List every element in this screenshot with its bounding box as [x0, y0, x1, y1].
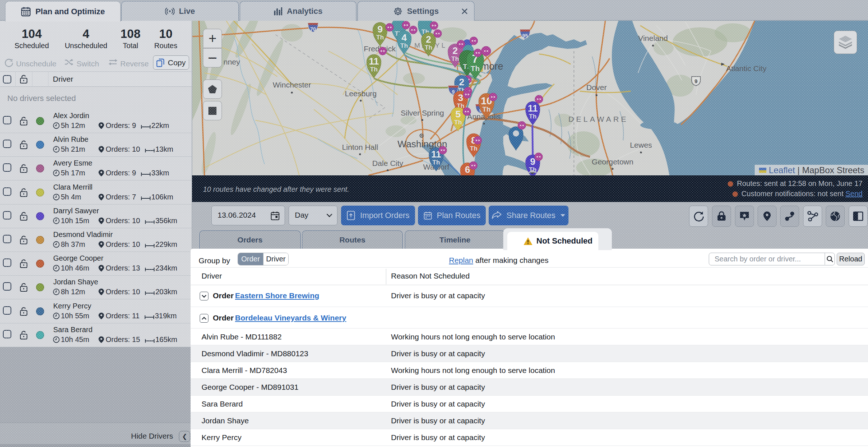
svg-text:Lewes: Lewes [630, 141, 652, 149]
svg-text:Th: Th [425, 44, 433, 51]
svg-text:Th: Th [433, 159, 440, 166]
svg-text:3: 3 [458, 92, 463, 103]
svg-text:Vineland: Vineland [638, 34, 668, 42]
svg-text:Dale City: Dale City [372, 159, 403, 167]
svg-text:Leesburg: Leesburg [345, 89, 377, 98]
svg-text:4: 4 [402, 32, 407, 43]
svg-text:Georgetown: Georgetown [592, 158, 633, 166]
svg-text:Th: Th [454, 119, 462, 126]
svg-text:Th: Th [376, 34, 384, 41]
svg-text:Th: Th [370, 66, 378, 73]
svg-text:2: 2 [426, 34, 431, 45]
svg-text:11: 11 [369, 56, 379, 67]
svg-text:9: 9 [452, 89, 455, 95]
svg-text:Th: Th [529, 113, 537, 120]
svg-text:9: 9 [378, 24, 383, 35]
svg-text:DELAWARE: DELAWARE [568, 115, 628, 123]
svg-text:Silver Spring: Silver Spring [400, 109, 444, 117]
svg-text:5: 5 [455, 109, 461, 120]
svg-text:Th: Th [451, 55, 459, 62]
svg-text:2: 2 [453, 45, 458, 56]
svg-text:9: 9 [695, 78, 697, 84]
svg-text:11: 11 [528, 103, 538, 114]
svg-text:Winchester: Winchester [273, 81, 311, 89]
svg-text:Linton Hall: Linton Hall [342, 143, 378, 151]
svg-text:Th: Th [470, 145, 478, 152]
svg-text:Atlantic City: Atlantic City [726, 64, 767, 73]
svg-text:Th: Th [471, 65, 480, 73]
svg-text:Th: Th [400, 42, 408, 49]
svg-text:95: 95 [522, 33, 528, 39]
svg-text:Dover: Dover [586, 83, 607, 92]
svg-text:2: 2 [459, 77, 464, 88]
svg-text:nney: nney [223, 58, 240, 66]
svg-text:Th: Th [482, 105, 490, 113]
svg-text:70: 70 [310, 26, 316, 32]
